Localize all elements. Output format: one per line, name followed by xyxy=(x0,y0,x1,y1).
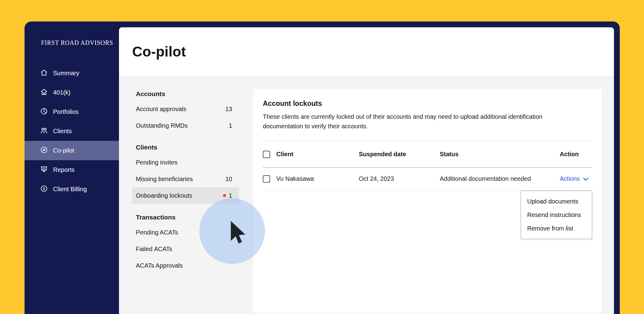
home-icon xyxy=(40,88,48,98)
action-cell: Actions xyxy=(560,175,592,182)
subnav-item-pending-acats[interactable]: Pending ACATs xyxy=(132,224,239,241)
column-header-suspended-date: Suspended date xyxy=(359,151,440,158)
main-area: Co-pilot Accounts Account approvals 13 O… xyxy=(119,27,614,314)
panel-title: Account lockouts xyxy=(263,99,592,108)
subnav-item-label: Onboarding lockouts xyxy=(136,192,192,199)
table-row: Vu Nakasawa Oct 24, 2023 Additional docu… xyxy=(263,168,592,190)
nav-item-label: Clients xyxy=(53,128,72,135)
suspended-date-cell: Oct 24, 2023 xyxy=(359,175,440,182)
column-header-client: Client xyxy=(276,151,359,158)
subnav-item-onboarding-lockouts[interactable]: Onboarding lockouts 1 xyxy=(132,187,239,204)
nav-item-summary[interactable]: Summary xyxy=(25,64,119,83)
subnav-item-missing-beneficiaries[interactable]: Missing beneficiaries 10 xyxy=(132,171,239,187)
content-area: Accounts Account approvals 13 Outstandin… xyxy=(119,76,614,314)
subnav-item-label: Outstanding RMDs xyxy=(136,122,188,129)
subnav-section-clients: Clients xyxy=(132,141,239,154)
nav-item-client-billing[interactable]: $ Client Billing xyxy=(25,180,119,199)
home-icon xyxy=(40,68,48,78)
dollar-circle-icon: $ xyxy=(40,184,48,194)
pie-chart-icon xyxy=(40,107,48,117)
subnav-item-account-approvals[interactable]: Account approvals 13 xyxy=(132,101,239,117)
actions-menu: Upload documents Resend instructions Rem… xyxy=(521,191,592,239)
status-cell: Additional documentation needed xyxy=(440,175,560,182)
subnav-section-transactions: Transactions xyxy=(132,211,239,224)
nav-item-label: Client Billing xyxy=(53,186,87,193)
subnav-item-count-wrap: 1 xyxy=(223,192,232,199)
client-cell: Vu Nakasawa xyxy=(276,175,359,182)
column-header-action: Action xyxy=(560,151,592,158)
actions-label: Actions xyxy=(560,175,580,182)
subnav-item-label: Failed ACATs xyxy=(136,246,172,253)
row-checkbox-cell xyxy=(263,175,276,183)
menu-item-remove-from-list[interactable]: Remove from list xyxy=(521,222,592,235)
page-title: Co-pilot xyxy=(132,43,186,60)
sidebar: FIRST ROAD ADVISORS Summary 401(k) Portf… xyxy=(25,21,119,314)
subnav-item-count: 1 xyxy=(229,122,232,129)
chevron-down-icon xyxy=(583,175,588,182)
row-checkbox[interactable] xyxy=(263,175,270,183)
page-header: Co-pilot xyxy=(119,27,614,76)
subnav-item-acats-approvals[interactable]: ACATs Approvals xyxy=(132,257,239,274)
menu-item-upload-documents[interactable]: Upload documents xyxy=(521,195,592,208)
compass-icon xyxy=(40,146,48,156)
copilot-subnav: Accounts Account approvals 13 Outstandin… xyxy=(132,87,239,274)
people-icon xyxy=(40,126,48,136)
nav-item-clients[interactable]: Clients xyxy=(25,122,119,141)
nav-item-reports[interactable]: Reports xyxy=(25,160,119,180)
main-frame: Co-pilot Accounts Account approvals 13 O… xyxy=(119,21,620,314)
account-lockouts-panel: Account lockouts These clients are curre… xyxy=(253,89,602,312)
alert-dot xyxy=(223,194,226,197)
select-all-checkbox[interactable] xyxy=(263,151,270,158)
subnav-item-label: Pending ACATs xyxy=(136,229,178,236)
subnav-section-accounts: Accounts xyxy=(132,87,239,101)
subnav-item-outstanding-rmds[interactable]: Outstanding RMDs 1 xyxy=(132,117,239,134)
app-window: FIRST ROAD ADVISORS Summary 401(k) Portf… xyxy=(25,21,620,314)
subnav-item-count: 13 xyxy=(225,106,232,113)
subnav-item-count: 10 xyxy=(225,176,232,183)
subnav-item-failed-acats[interactable]: Failed ACATs xyxy=(132,241,239,257)
subnav-item-label: Pending invites xyxy=(136,159,178,166)
subnav-item-label: ACATs Approvals xyxy=(136,262,183,269)
actions-dropdown-button[interactable]: Actions xyxy=(560,175,588,182)
column-header-status: Status xyxy=(440,151,560,158)
subnav-item-count: 1 xyxy=(229,192,232,199)
svg-text:$: $ xyxy=(43,186,45,191)
nav-item-copilot[interactable]: Co-pilot xyxy=(25,141,119,160)
nav-item-label: Reports xyxy=(53,166,75,173)
menu-item-resend-instructions[interactable]: Resend instructions xyxy=(521,208,592,222)
subnav-item-pending-invites[interactable]: Pending invites xyxy=(132,154,239,171)
presentation-icon xyxy=(40,165,48,175)
nav-item-label: 401(k) xyxy=(53,89,71,96)
nav-item-label: Portfolios xyxy=(53,108,79,115)
subnav-item-label: Missing beneficiaries xyxy=(136,176,193,183)
panel-description: These clients are currently locked out o… xyxy=(263,112,571,131)
nav-item-label: Co-pilot xyxy=(53,147,74,154)
subnav-item-label: Account approvals xyxy=(136,106,186,113)
table-header-row: Client Suspended date Status Action xyxy=(263,141,592,168)
primary-nav: Summary 401(k) Portfolios Clients xyxy=(25,64,119,199)
nav-item-portfolios[interactable]: Portfolios xyxy=(25,102,119,122)
nav-item-401k[interactable]: 401(k) xyxy=(25,83,119,102)
nav-item-label: Summary xyxy=(53,70,79,77)
select-all-cell xyxy=(263,151,276,158)
brand-logo: FIRST ROAD ADVISORS xyxy=(41,39,119,46)
